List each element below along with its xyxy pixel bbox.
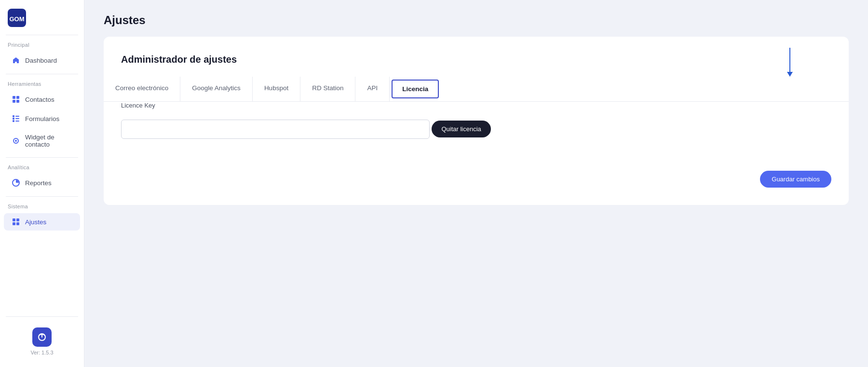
content-area: Administrador de ajustes Correo electrón…	[84, 37, 868, 367]
forms-icon	[12, 114, 20, 123]
tab-rdstation[interactable]: RD Station	[300, 77, 355, 101]
svg-rect-5	[16, 100, 19, 103]
logo-icon: GOM	[8, 9, 26, 27]
sidebar: GOM Principal Dashboard Herramientas Con…	[0, 0, 84, 367]
chart-icon	[12, 178, 20, 187]
sidebar-item-dashboard[interactable]: Dashboard	[4, 52, 80, 69]
sidebar-item-widget-label: Widget de contacto	[25, 134, 72, 148]
logout-icon	[32, 327, 52, 347]
svg-rect-16	[16, 218, 19, 221]
section-label-sistema: Sistema	[0, 197, 84, 212]
svg-rect-4	[13, 100, 15, 103]
tab-licencia[interactable]: Licencia	[392, 80, 439, 98]
logo: GOM	[0, 0, 84, 35]
svg-rect-7	[13, 118, 14, 120]
tab-analytics[interactable]: Google Analytics	[180, 77, 253, 101]
divider-bottom	[6, 316, 78, 317]
sidebar-item-contactos[interactable]: Contactos	[4, 91, 80, 108]
licence-key-input[interactable]	[121, 120, 430, 139]
remove-licence-button[interactable]: Quitar licencia	[432, 121, 490, 137]
sidebar-item-contactos-label: Contactos	[25, 96, 54, 103]
tab-hubspot[interactable]: Hubspot	[253, 77, 300, 101]
svg-text:GOM: GOM	[9, 15, 24, 23]
sidebar-item-ajustes[interactable]: Ajustes	[4, 213, 80, 231]
svg-rect-11	[15, 121, 19, 122]
sidebar-item-dashboard-label: Dashboard	[25, 57, 57, 64]
tab-api[interactable]: API	[355, 77, 390, 101]
svg-rect-17	[13, 222, 15, 225]
settings-icon	[12, 217, 20, 226]
svg-rect-9	[15, 116, 19, 117]
sidebar-bottom: Ver: 1.5.3	[0, 316, 84, 367]
section-label-principal: Principal	[0, 35, 84, 51]
tab-correo[interactable]: Correo electrónico	[104, 77, 180, 101]
sidebar-item-reportes-label: Reportes	[25, 179, 52, 187]
sidebar-item-formularios-label: Formularios	[25, 115, 59, 122]
page-header: Ajustes	[84, 0, 868, 37]
main-content: Ajustes Administrador de ajustes Correo …	[84, 0, 868, 367]
svg-rect-18	[16, 222, 19, 225]
sidebar-item-widget[interactable]: Widget de contacto	[4, 129, 80, 152]
section-label-analitica: Analítica	[0, 158, 84, 173]
page-title: Ajustes	[104, 14, 849, 27]
tabs-bar: Correo electrónico Google Analytics Hubs…	[104, 77, 849, 102]
svg-rect-8	[13, 120, 14, 122]
settings-section-title: Administrador de ajustes	[104, 37, 849, 77]
widget-icon	[12, 136, 20, 145]
version-label: Ver: 1.5.3	[30, 350, 53, 355]
sidebar-item-reportes[interactable]: Reportes	[4, 174, 80, 191]
logout-button[interactable]: Ver: 1.5.3	[0, 324, 84, 359]
svg-point-13	[15, 140, 17, 142]
svg-rect-15	[13, 218, 15, 221]
section-label-herramientas: Herramientas	[0, 74, 84, 90]
svg-rect-6	[13, 115, 14, 117]
svg-rect-10	[15, 118, 19, 119]
contacts-icon	[12, 95, 20, 104]
sidebar-item-ajustes-label: Ajustes	[25, 218, 46, 226]
settings-card: Administrador de ajustes Correo electrón…	[104, 37, 849, 205]
svg-rect-2	[13, 96, 15, 99]
sidebar-item-formularios[interactable]: Formularios	[4, 110, 80, 127]
svg-rect-3	[16, 96, 19, 99]
licence-key-label: Licence Key	[121, 102, 831, 109]
tabs-container: Correo electrónico Google Analytics Hubs…	[104, 77, 849, 102]
save-changes-button[interactable]: Guardar cambios	[760, 171, 831, 188]
licence-form: Licence Key Quitar licencia	[104, 102, 849, 156]
home-icon	[12, 56, 20, 65]
